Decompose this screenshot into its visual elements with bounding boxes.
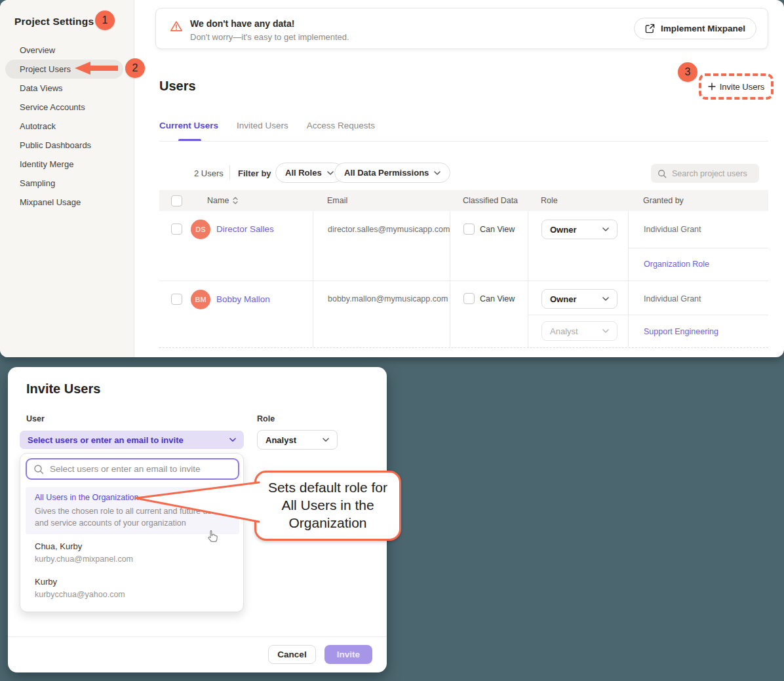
col-email: Email (313, 190, 450, 211)
external-link-icon (645, 24, 655, 33)
annotation-step-2-badge: 2 (125, 58, 145, 78)
role-select[interactable]: Analyst (257, 430, 338, 450)
col-classified-data: Classified Data (450, 190, 528, 211)
user-name-link[interactable]: Bobby Mallon (216, 294, 270, 304)
user-name-link[interactable]: Director Salles (216, 224, 274, 234)
role-select-value: Analyst (265, 435, 296, 445)
option-kurby[interactable]: Kurby kurbycchua@yahoo.com (26, 577, 239, 599)
page-title: Users (159, 79, 196, 94)
role-select-disabled: Analyst (541, 321, 617, 341)
all-roles-filter[interactable]: All Roles (275, 163, 343, 183)
table-row-email-cell: director.salles@mymusicapp.com (313, 211, 450, 281)
user-field-label: User (26, 414, 45, 423)
support-engineering-link[interactable]: Support Engineering (644, 327, 718, 336)
all-data-permissions-filter[interactable]: All Data Permissions (334, 163, 450, 183)
project-settings-screen: Project Settings Overview Project Users … (0, 0, 784, 357)
user-count: 2 Users (194, 168, 224, 178)
can-view-label: Can View (480, 294, 515, 303)
callout-bubble: Sets default role for All Users in the O… (254, 471, 401, 541)
select-all-checkbox[interactable] (171, 195, 182, 206)
modal-title: Invite Users (26, 381, 100, 397)
table-row-classified-cell: Can View (450, 281, 528, 347)
col-role: Role (528, 190, 628, 211)
table-row-role-cell: Owner (528, 211, 628, 281)
table-row-classified-cell: Can View (450, 211, 528, 281)
table-row-user-cell: DS Director Salles (159, 211, 313, 281)
table-row-user-cell: BM Bobby Mallon (159, 281, 313, 347)
users-tabs: Current Users Invited Users Access Reque… (159, 121, 375, 140)
role-field-label: Role (257, 414, 275, 423)
settings-sidebar: Project Settings Overview Project Users … (0, 0, 134, 357)
users-table: Name Email Classified Data Role Granted … (159, 190, 768, 348)
option-description: kurby.chua@mixpanel.com (35, 555, 239, 564)
user-select-value: Select users or enter an email to invite (28, 435, 184, 445)
chevron-down-icon (602, 297, 609, 301)
tab-invited-users[interactable]: Invited Users (237, 121, 288, 140)
invite-button[interactable]: Invite (324, 645, 372, 664)
filter-toolbar: 2 Users Filter by All Roles All Data Per… (159, 163, 768, 184)
granted-by-cell: Individual Grant (628, 211, 768, 248)
search-input[interactable] (672, 169, 751, 178)
granted-by-cell: Support Engineering (628, 315, 768, 347)
tabs-divider (159, 141, 768, 142)
cursor-hand-icon (205, 529, 220, 545)
sidebar-item-identity-merge[interactable]: Identity Merge (0, 155, 134, 174)
granted-by-cell: Organization Role (628, 248, 768, 281)
can-view-checkbox[interactable] (463, 293, 475, 304)
annotation-step-3-badge: 3 (678, 62, 697, 82)
col-name: Name (207, 196, 229, 205)
modal-footer-divider (8, 636, 387, 637)
role-select[interactable]: Owner (541, 289, 617, 309)
sidebar-item-overview[interactable]: Overview (0, 41, 134, 60)
no-data-banner: We don't have any data! Don't worry—it's… (155, 8, 768, 49)
col-granted-by: Granted by (628, 190, 768, 211)
secondary-role-cell: Analyst (528, 315, 628, 347)
sidebar-item-sampling[interactable]: Sampling (0, 174, 134, 193)
option-description: kurbycchua@yahoo.com (35, 590, 239, 599)
chevron-down-icon (323, 438, 329, 442)
search-icon (657, 169, 667, 178)
tab-access-requests[interactable]: Access Requests (307, 121, 375, 140)
chevron-down-icon (229, 438, 236, 442)
annotation-arrow-icon (75, 61, 121, 75)
sidebar-item-mixpanel-usage[interactable]: Mixpanel Usage (0, 193, 134, 212)
row-checkbox[interactable] (171, 294, 182, 305)
implement-mixpanel-label: Implement Mixpanel (661, 24, 745, 33)
invite-users-highlight-box (699, 73, 774, 100)
warning-icon (169, 19, 184, 33)
header-select-name: Name (159, 190, 313, 211)
dropdown-search-input[interactable] (50, 464, 227, 474)
option-chua-kurby[interactable]: Chua, Kurby kurby.chua@mixpanel.com (26, 541, 239, 564)
chevron-down-icon (602, 227, 609, 231)
user-select[interactable]: Select users or enter an email to invite (20, 431, 244, 449)
table-row-role-cell: Owner (528, 281, 628, 315)
implement-mixpanel-button[interactable]: Implement Mixpanel (634, 18, 756, 39)
search-project-users (651, 164, 759, 183)
avatar: BM (191, 290, 210, 309)
can-view-checkbox[interactable] (463, 224, 475, 235)
banner-title: We don't have any data! (190, 18, 294, 29)
can-view-label: Can View (480, 225, 515, 234)
users-main-content: We don't have any data! Don't worry—it's… (134, 0, 784, 357)
avatar: DS (191, 220, 210, 239)
user-select-dropdown: All Users in the Organization Gives the … (20, 453, 244, 612)
dropdown-search (26, 458, 239, 480)
organization-role-link[interactable]: Organization Role (644, 260, 709, 269)
sort-icon (233, 197, 238, 204)
role-select[interactable]: Owner (541, 220, 617, 239)
sidebar-title: Project Settings (14, 16, 94, 28)
sidebar-item-public-dashboards[interactable]: Public Dashboards (0, 136, 134, 155)
annotation-step-1-badge: 1 (95, 10, 115, 30)
sidebar-item-data-views[interactable]: Data Views (0, 79, 134, 98)
table-row-email-cell: bobby.mallon@mymusicapp.com (313, 281, 450, 347)
option-title: Kurby (35, 577, 239, 587)
filter-by-label: Filter by (238, 168, 271, 178)
search-icon (33, 464, 44, 475)
tab-current-users[interactable]: Current Users (159, 121, 218, 140)
toolbar-divider (229, 165, 230, 180)
row-checkbox[interactable] (171, 224, 182, 235)
cancel-button[interactable]: Cancel (268, 645, 316, 664)
sidebar-item-autotrack[interactable]: Autotrack (0, 117, 134, 136)
banner-subtitle: Don't worry—it's easy to get implemented… (190, 32, 349, 42)
sidebar-item-service-accounts[interactable]: Service Accounts (0, 98, 134, 117)
